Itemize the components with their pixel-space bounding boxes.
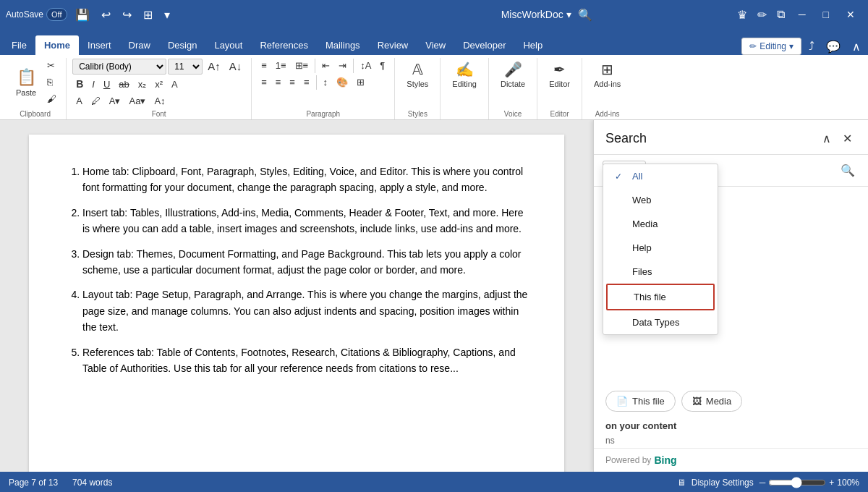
styles-button[interactable]: 𝔸 Styles — [401, 58, 434, 91]
italic-button[interactable]: I — [88, 77, 98, 92]
dictate-button[interactable]: 🎤 Dictate — [495, 58, 531, 91]
zoom-percent: 100% — [837, 478, 859, 488]
checkmark-icon: ✓ — [615, 171, 626, 182]
share-ribbon-button[interactable]: ⤴ — [804, 38, 819, 54]
clear-format-button[interactable]: A — [168, 77, 182, 92]
superscript-button[interactable]: x² — [151, 77, 166, 92]
ribbon-group-paragraph: ≡ 1≡ ⊞≡ ⇤ ⇥ ↕A ¶ ≡ ≡ ≡ ≡ ↕ 🎨 ⊞ Paragraph — [252, 58, 395, 119]
undo-button[interactable]: ↩ — [98, 7, 114, 23]
dropdown-item-media[interactable]: Media — [603, 212, 718, 236]
tab-layout[interactable]: Layout — [205, 35, 251, 55]
align-left-button[interactable]: ≡ — [258, 75, 271, 90]
close-button[interactable]: ✕ — [839, 6, 862, 23]
tab-help[interactable]: Help — [514, 35, 551, 55]
format-painter-button[interactable]: 🖌 — [43, 91, 60, 106]
grow-font-button[interactable]: A↑ — [204, 58, 224, 75]
dropdown-item-web[interactable]: Web — [603, 188, 718, 212]
layout-toggle-button[interactable]: ⊞ — [140, 7, 156, 23]
editing-group-button[interactable]: ✍ Editing — [446, 58, 482, 91]
addins-button[interactable]: ⊞ Add-ins — [588, 58, 626, 91]
tab-review[interactable]: Review — [369, 35, 417, 55]
filter-thisfile-button[interactable]: 📄 This file — [605, 391, 676, 412]
decrease-indent-button[interactable]: ⇤ — [318, 58, 333, 73]
highlight-button[interactable]: 🖊 — [88, 93, 104, 109]
editing-dropdown-icon: ▾ — [789, 41, 793, 51]
dropdown-item-thisfile[interactable]: This file — [606, 284, 715, 310]
line-spacing-button[interactable]: ↕ — [320, 75, 332, 90]
pen-icon-button[interactable]: ✏ — [754, 7, 770, 23]
styles-group-label: Styles — [408, 110, 427, 119]
font-color-button[interactable]: A — [72, 93, 86, 109]
multilevel-list-button[interactable]: ⊞≡ — [292, 58, 312, 73]
borders-button[interactable]: ⊞ — [353, 75, 368, 90]
filename-dropdown-icon[interactable]: ▾ — [566, 9, 571, 20]
bold-button[interactable]: B — [72, 76, 87, 92]
numbered-list-button[interactable]: 1≡ — [272, 58, 290, 73]
increase-indent-button[interactable]: ⇥ — [335, 58, 350, 73]
crown-icon-button[interactable]: ♛ — [733, 7, 751, 23]
editing-mode-button[interactable]: ✏ Editing ▾ — [741, 38, 801, 55]
dropdown-item-all[interactable]: ✓ All — [603, 164, 718, 188]
display-settings-button[interactable]: Display Settings — [692, 478, 754, 488]
maximize-button[interactable]: □ — [816, 6, 836, 23]
powered-by-bar: Powered by Bing — [594, 448, 868, 472]
font-group-label: Font — [152, 110, 166, 119]
align-center-button[interactable]: ≡ — [272, 75, 285, 90]
tab-home[interactable]: Home — [35, 35, 79, 55]
paste-button[interactable]: 📋 Paste — [10, 65, 42, 100]
editor-button[interactable]: ✒ Editor — [543, 58, 576, 91]
shrink-font-button[interactable]: A↓ — [226, 58, 246, 75]
subscript-button[interactable]: x₂ — [135, 77, 150, 92]
redo-button[interactable]: ↪ — [119, 7, 135, 23]
editing-icon: ✍ — [456, 61, 474, 78]
para-sep1 — [315, 59, 315, 73]
tab-references[interactable]: References — [251, 35, 316, 55]
minimize-button[interactable]: ─ — [791, 6, 813, 23]
ribbon-group-clipboard: 📋 Paste ✂ ⎘ 🖌 Clipboard — [4, 58, 67, 119]
cut-button[interactable]: ✂ — [43, 58, 60, 73]
tab-file[interactable]: File — [3, 35, 35, 55]
tab-design[interactable]: Design — [159, 35, 205, 55]
clipboard-group-label: Clipboard — [20, 110, 51, 119]
text-effects-button[interactable]: A↕ — [150, 93, 169, 109]
search-collapse-button[interactable]: ∧ — [818, 129, 835, 148]
page-content: Home tab: Clipboard, Font, Paragraph, St… — [29, 135, 564, 472]
font-name-select[interactable]: Calibri (Body) — [72, 59, 166, 75]
tab-developer[interactable]: Developer — [454, 35, 514, 55]
bullet-list-button[interactable]: ≡ — [258, 58, 271, 73]
search-close-button[interactable]: ✕ — [838, 129, 856, 148]
tab-draw[interactable]: Draw — [120, 35, 159, 55]
autosave-toggle[interactable]: Off — [46, 8, 67, 21]
align-right-button[interactable]: ≡ — [286, 75, 299, 90]
shading-para-button[interactable]: 🎨 — [333, 75, 352, 90]
share-button[interactable]: ⧉ — [773, 7, 788, 22]
search-go-button[interactable]: 🔍 — [836, 161, 859, 179]
sort-button[interactable]: ↕A — [357, 58, 375, 73]
tab-insert[interactable]: Insert — [79, 35, 120, 55]
save-button[interactable]: 💾 — [72, 7, 93, 23]
tab-view[interactable]: View — [417, 35, 454, 55]
collapse-ribbon-button[interactable]: ∧ — [848, 38, 865, 55]
underline-button[interactable]: U — [100, 77, 114, 92]
shading-button[interactable]: A▾ — [106, 93, 124, 109]
change-case-button[interactable]: Aa▾ — [125, 93, 149, 109]
dropdown-item-files[interactable]: Files — [603, 260, 718, 284]
comments-ribbon-button[interactable]: 💬 — [822, 38, 845, 55]
ribbon-group-font: Calibri (Body) 11 A↑ A↓ B I U ab x₂ x² A… — [67, 58, 252, 119]
list-item: Home tab: Clipboard, Font, Paragraph, St… — [82, 164, 528, 196]
autosave-control[interactable]: AutoSave Off — [6, 8, 67, 21]
search-title-button[interactable]: 🔍 — [574, 7, 596, 23]
font-size-select[interactable]: 11 — [168, 59, 203, 75]
strikethrough-button[interactable]: ab — [115, 77, 132, 92]
justify-button[interactable]: ≡ — [300, 75, 313, 90]
zoom-slider[interactable] — [768, 477, 826, 488]
tab-mailings[interactable]: Mailings — [317, 35, 369, 55]
copy-button[interactable]: ⎘ — [43, 75, 60, 90]
layout-more-button[interactable]: ▾ — [161, 7, 174, 23]
dropdown-item-datatypes[interactable]: Data Types — [603, 310, 718, 334]
zoom-control: ─ + 100% — [760, 477, 859, 488]
document-title-area: MiscWorkDoc ▾ 🔍 — [370, 7, 728, 23]
show-marks-button[interactable]: ¶ — [376, 58, 388, 73]
dropdown-item-help[interactable]: Help — [603, 236, 718, 260]
filter-media-button[interactable]: 🖼 Media — [681, 391, 742, 412]
